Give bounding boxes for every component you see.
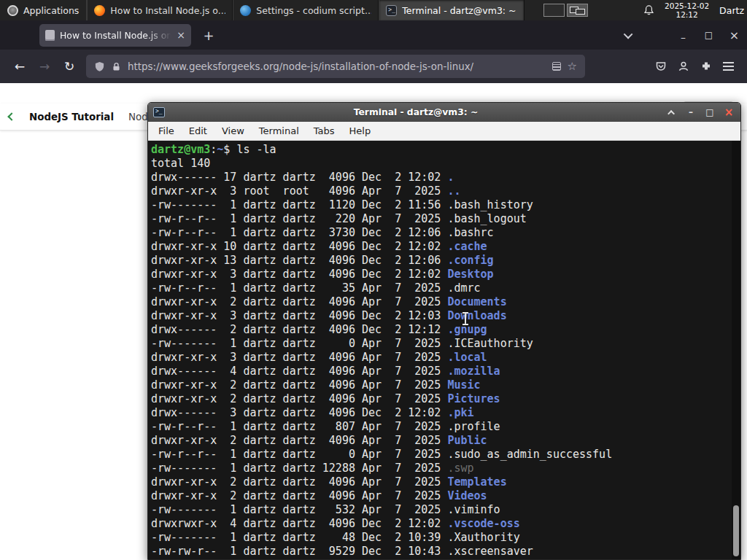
file-attrs: drwxr-xr-x 2 dartz dartz 4096 Apr 7 2025 (151, 489, 447, 502)
url-text[interactable]: https://www.geeksforgeeks.org/node-js/in… (128, 61, 546, 72)
back-button[interactable]: ← (7, 54, 32, 79)
terminal-menu-terminal[interactable]: Terminal (252, 122, 306, 141)
terminal-line: drwx------ 4 dartz dartz 4096 Apr 7 2025… (151, 365, 730, 378)
user-menu[interactable]: Dartz (719, 5, 744, 16)
terminal-titlebar[interactable]: Terminal - dartz@vm3: ~ – □ × (148, 103, 740, 122)
file-attrs: drwxr-xr-x 2 dartz dartz 4096 Apr 7 2025 (151, 378, 447, 392)
taskbar-window-title: Terminal - dartz@vm3: ~ (402, 5, 516, 16)
applications-menu[interactable]: Applications (0, 0, 87, 20)
taskbar-window-title: Settings - codium script... (256, 5, 371, 16)
file-name: .profile (447, 420, 500, 433)
workspace-2[interactable] (567, 4, 588, 17)
browser-close-button[interactable]: × (721, 20, 747, 50)
terminal-output[interactable]: dartz@vm3:~$ls -la total 140 drwx------ … (148, 141, 740, 559)
browser-minimize-button[interactable]: – (670, 20, 696, 50)
forward-button: → (32, 54, 57, 79)
file-attrs: -rw------- 1 dartz dartz 0 Apr 7 2025 (151, 337, 447, 350)
bookmark-star-icon[interactable]: ☆ (568, 60, 577, 73)
file-attrs: drwxr-xr-x 13 dartz dartz 4096 Dec 2 12:… (151, 254, 447, 267)
taskbar-window-title: How to Install Node.js o... (110, 5, 225, 16)
terminal-menu-view[interactable]: View (214, 122, 252, 141)
notification-bell-icon[interactable] (643, 4, 654, 16)
pocket-icon[interactable] (655, 61, 667, 72)
terminal-line: -rw-r--r-- 1 dartz dartz 35 Apr 7 2025 .… (151, 281, 730, 295)
nav-scroll-left-icon[interactable] (7, 112, 15, 120)
terminal-line: -rw-rw-r-- 1 dartz dartz 9529 Dec 2 10:4… (151, 545, 730, 559)
file-name: Downloads (447, 309, 506, 322)
url-bar[interactable]: https://www.geeksforgeeks.org/node-js/in… (86, 55, 585, 78)
terminal-line: drwxr-xr-x 13 dartz dartz 4096 Dec 2 12:… (151, 254, 730, 268)
account-icon[interactable] (678, 61, 689, 72)
clock-date: 2025-12-02 (665, 1, 709, 10)
terminal-close-button[interactable]: × (724, 107, 734, 117)
terminal-menu-edit[interactable]: Edit (182, 122, 214, 141)
file-name: .bashrc (447, 226, 493, 239)
file-attrs: drwx------ 17 dartz dartz 4096 Dec 2 12:… (151, 171, 447, 184)
extensions-icon[interactable] (700, 61, 712, 72)
clock-time: 12:12 (665, 10, 709, 19)
terminal-window-title: Terminal - dartz@vm3: ~ (165, 107, 667, 117)
text-cursor-pointer (465, 313, 466, 324)
nav-item[interactable]: NodeJS Tutorial (29, 112, 114, 122)
prompt-colon: : (210, 143, 217, 156)
file-name: .bash_history (447, 198, 533, 211)
terminal-line: -rw------- 1 dartz dartz 12288 Apr 7 202… (151, 462, 730, 475)
list-all-tabs-icon[interactable] (624, 29, 633, 39)
terminal-lines: dartz@vm3:~$ls -la total 140 drwx------ … (151, 143, 730, 559)
terminal-menu-help[interactable]: Help (342, 122, 379, 141)
terminal-line: drwxr-xr-x 3 dartz dartz 4096 Dec 2 12:0… (151, 268, 730, 281)
tracking-shield-icon[interactable] (94, 61, 105, 72)
firefox-icon (94, 5, 105, 16)
terminal-line: drwxr-xr-x 2 dartz dartz 4096 Apr 7 2025… (151, 295, 730, 309)
taskbar-window-firefox[interactable]: How to Install Node.js o... (87, 0, 233, 20)
terminal-minimize-button[interactable]: – (686, 107, 696, 117)
terminal-scrollbar[interactable] (732, 141, 740, 559)
tab-close-icon[interactable]: × (177, 30, 185, 40)
terminal-maximize-button[interactable]: □ (705, 107, 715, 117)
file-name: .bash_logout (447, 212, 526, 225)
reload-button[interactable]: ↻ (57, 54, 82, 79)
file-name: .viminfo (447, 503, 500, 516)
terminal-menu-tabs[interactable]: Tabs (306, 122, 342, 141)
browser-maximize-button[interactable]: □ (696, 20, 721, 50)
lock-icon[interactable] (112, 62, 121, 71)
file-name: .xscreensaver (447, 545, 533, 558)
terminal-scrollbar-thumb[interactable] (733, 505, 739, 556)
file-attrs: -rw-r--r-- 1 dartz dartz 35 Apr 7 2025 (151, 281, 447, 295)
clock[interactable]: 2025-12-02 12:12 (665, 1, 709, 19)
prompt-path: ~ (217, 143, 223, 156)
terminal-menu-file[interactable]: File (151, 122, 182, 141)
file-name: Public (447, 434, 487, 447)
file-attrs: drwxr-xr-x 3 dartz dartz 4096 Apr 7 2025 (151, 351, 447, 364)
file-attrs: drwx------ 3 dartz dartz 4096 Dec 2 12:0… (151, 406, 447, 419)
workspace-1[interactable] (543, 4, 565, 17)
new-tab-button[interactable]: + (198, 28, 219, 43)
file-name: .pki (447, 406, 473, 419)
file-name: .Xauthority (447, 531, 519, 544)
tab-nodejs-install[interactable]: How to Install Node.js on... × (39, 24, 191, 47)
workspace-switcher[interactable] (543, 0, 588, 20)
file-name: Music (447, 378, 480, 392)
file-name: .. (447, 184, 460, 198)
file-name: . (447, 171, 454, 184)
taskbar-window-codium[interactable]: Settings - codium script... (233, 0, 379, 20)
reader-view-icon[interactable] (552, 62, 561, 71)
terminal-shade-button[interactable] (667, 107, 677, 117)
command-text: ls -la (236, 143, 276, 156)
terminal-line: -rw-r--r-- 1 dartz dartz 0 Apr 7 2025 .s… (151, 448, 730, 462)
taskbar-window-terminal[interactable]: Terminal - dartz@vm3: ~ (379, 0, 525, 20)
codium-icon (240, 5, 251, 16)
file-attrs: drwxr-xr-x 2 dartz dartz 4096 Apr 7 2025 (151, 392, 447, 405)
page-favicon-icon (45, 30, 55, 41)
terminal-app-icon (153, 107, 165, 117)
file-name: Documents (447, 295, 506, 308)
file-attrs: drwxr-xr-x 3 dartz dartz 4096 Dec 2 12:0… (151, 268, 447, 281)
file-attrs: drwxrwxr-x 4 dartz dartz 4096 Dec 2 12:0… (151, 517, 447, 530)
hamburger-menu-icon[interactable] (723, 66, 734, 67)
file-name: .local (447, 351, 487, 364)
browser-toolbar: ← → ↻ https://www.geeksforgeeks.org/node… (0, 50, 747, 83)
file-name: .vscode-oss (447, 517, 519, 530)
terminal-line: drwxr-xr-x 2 dartz dartz 4096 Apr 7 2025… (151, 392, 730, 406)
file-name: Videos (447, 489, 487, 502)
taskbar: Applications How to Install Node.js o...… (0, 0, 747, 20)
